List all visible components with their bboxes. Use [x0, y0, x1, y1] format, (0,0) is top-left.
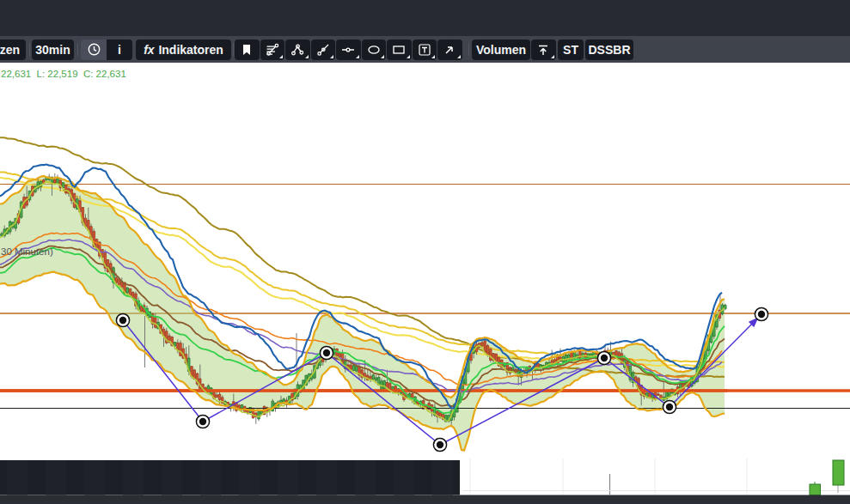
svg-text:30 Minuten): 30 Minuten): [1, 246, 53, 257]
svg-text:22,631 L: 22,519 C: 22,631: 22,631 L: 22,519 C: 22,631: [1, 69, 126, 79]
